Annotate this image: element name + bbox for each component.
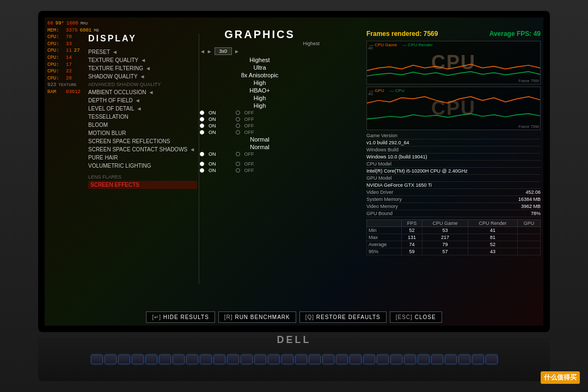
chart2-legend: — GPU — CPU xyxy=(369,88,405,93)
watermark: 什么值得买 xyxy=(541,371,580,384)
key[interactable] xyxy=(377,354,389,364)
preset-value: Highest xyxy=(200,41,320,46)
run-benchmark-button[interactable]: [R] RUN BENCHMARK xyxy=(218,311,296,323)
game-screen: 6699°1600MHz MEM:33756001MB CPU:70 CPU:3… xyxy=(45,17,543,326)
key[interactable] xyxy=(159,354,171,364)
stats-min: Min 52 53 41 xyxy=(367,227,541,234)
key[interactable] xyxy=(200,354,212,364)
info-table: Game Version v1.0 build 292.0_64 Windows… xyxy=(366,132,541,217)
key[interactable] xyxy=(418,354,430,364)
menu-sscs[interactable]: SCREEN SPACE CONTACT SHADOWS ◄ xyxy=(88,145,197,154)
key[interactable] xyxy=(390,354,402,364)
windows-build-row: Windows Build xyxy=(366,146,541,154)
toggle-lens-flares[interactable]: ON OFF. xyxy=(200,161,320,167)
key[interactable] xyxy=(350,354,362,364)
key[interactable] xyxy=(322,354,334,364)
toggle-screen-effects[interactable]: ON OFF xyxy=(200,167,320,174)
chart-gpu: CPU — GPU — CPU 40 Frame 7568 xyxy=(366,87,541,130)
display-header: DISPLAY xyxy=(88,34,197,44)
graphics-panel: GRAPHICS Highest ◄ ► 3x0 ► Highest Ultra… xyxy=(200,28,320,174)
frames-fps-row: Frames rendered: 7569 Average FPS: 49 xyxy=(366,30,541,38)
menu-advanced-shadow: ADVANCED SHADOW QUALITY xyxy=(88,81,197,88)
cpu-model-row: CPU Model xyxy=(366,161,541,168)
menu-pure-hair[interactable]: PURE HAIR xyxy=(88,154,197,162)
menu-ambient[interactable]: AMBIENT OCCLUSION ◄ xyxy=(88,88,197,96)
vid-memory-row: Video Memory 3962 MB xyxy=(366,203,541,210)
avg-fps: Average FPS: 49 xyxy=(489,30,541,38)
stats-avg: Average 74 79 52 xyxy=(367,241,541,248)
quality-high3: High xyxy=(200,102,320,109)
key[interactable] xyxy=(254,354,266,364)
toggle-ssr[interactable]: ON OFF xyxy=(200,129,320,136)
sys-memory-row: System Memory 16384 MB xyxy=(366,196,541,203)
close-button[interactable]: [ESC] CLOSE xyxy=(390,311,442,323)
stats-table: FPS CPU Game CPU Render GPU Min 52 53 41 xyxy=(366,219,541,255)
menu-lod[interactable]: LEVEL OF DETAIL ◄ xyxy=(88,105,197,113)
key[interactable] xyxy=(458,354,470,364)
chart2-svg xyxy=(367,87,540,130)
key[interactable] xyxy=(91,354,103,364)
game-version-row: Game Version xyxy=(366,132,541,139)
key[interactable] xyxy=(145,354,157,364)
menu-screen-effects[interactable]: SCREEN EFFECTS xyxy=(88,181,197,189)
menu-tessellation[interactable]: TESSELLATION xyxy=(88,113,197,121)
quality-ultra: Ultra xyxy=(200,64,320,71)
video-driver-row: Video Driver 452.06 xyxy=(366,189,541,196)
menu-shadow-quality[interactable]: SHADOW QUALITY ◄ xyxy=(88,72,197,81)
quality-normal2: Normal xyxy=(200,143,320,151)
screen-bezel: 6699°1600MHz MEM:33756001MB CPU:70 CPU:3… xyxy=(38,11,550,332)
quality-highest: Highest xyxy=(200,56,320,64)
menu-motion-blur[interactable]: MOTION BLUR xyxy=(88,129,197,137)
toggle-bloom[interactable]: ON OFF xyxy=(200,116,320,122)
toggle-pure-hair[interactable]: ON OFF xyxy=(200,151,320,157)
key[interactable] xyxy=(431,354,443,364)
preset-box[interactable]: 3x0 xyxy=(215,47,232,55)
key[interactable] xyxy=(309,354,321,364)
menu-lens-flares[interactable]: LENS FLARES xyxy=(88,173,197,181)
key[interactable] xyxy=(445,354,457,364)
menu-ssr[interactable]: SCREEN SPACE REFLECTIONS xyxy=(88,137,197,145)
left-menu: DISPLAY PRESET ◄ TEXTURE QUALITY ◄ TEXTU… xyxy=(88,34,197,189)
hide-results-button[interactable]: [↵] HIDE RESULTS xyxy=(146,311,215,323)
graphics-header: GRAPHICS xyxy=(200,28,320,41)
key[interactable] xyxy=(472,354,484,364)
quality-normal1: Normal xyxy=(200,136,320,143)
key[interactable] xyxy=(186,354,198,364)
laptop-outer: 6699°1600MHz MEM:33756001MB CPU:70 CPU:3… xyxy=(0,0,588,392)
key[interactable] xyxy=(173,354,185,364)
key[interactable] xyxy=(268,354,280,364)
quality-high1: High xyxy=(200,79,320,87)
key[interactable] xyxy=(295,354,307,364)
preset-arrow: ◄ xyxy=(112,49,118,55)
key[interactable] xyxy=(281,354,293,364)
restore-defaults-button[interactable]: [Q] RESTORE DEFAULTS xyxy=(299,311,387,323)
menu-dof[interactable]: DEPTH OF FIELD ◄ xyxy=(88,96,197,105)
key[interactable] xyxy=(213,354,225,364)
key[interactable] xyxy=(118,354,130,364)
toggle-motion-blur[interactable]: ON OFF xyxy=(200,122,320,129)
menu-texture-filtering[interactable]: TEXTURE FILTERING ◄ xyxy=(88,64,197,72)
menu-vol-lighting[interactable]: VOLUMETRIC LIGHTING xyxy=(88,162,197,170)
preset-row[interactable]: PRESET ◄ xyxy=(88,48,197,56)
menu-bloom[interactable]: BLOOM xyxy=(88,121,197,129)
chart-cpu: CPU — CPU Game — CPU Render 40 Frame 756… xyxy=(366,41,541,84)
key[interactable] xyxy=(404,354,416,364)
menu-texture-quality[interactable]: TEXTURE QUALITY ◄ xyxy=(88,56,197,64)
gpu-bound-row: GPU Bound 78% xyxy=(366,210,541,217)
quality-hbao: HBAO+ xyxy=(200,87,320,94)
toggle-tessellation[interactable]: ON OFF xyxy=(200,109,320,116)
results-panel: Frames rendered: 7569 Average FPS: 49 CP… xyxy=(366,26,541,255)
stats-max: Max 131 217 81 xyxy=(367,234,541,241)
key[interactable] xyxy=(363,354,375,364)
divider xyxy=(199,34,199,284)
quality-high2: High xyxy=(200,94,320,102)
keyboard-row xyxy=(91,354,498,364)
key[interactable] xyxy=(486,354,498,364)
key[interactable] xyxy=(132,354,144,364)
frames-rendered: Frames rendered: 7569 xyxy=(366,30,438,38)
key[interactable] xyxy=(336,354,348,364)
key[interactable] xyxy=(227,354,239,364)
key[interactable] xyxy=(105,354,117,364)
gpu-model-row: GPU Model xyxy=(366,175,541,182)
key[interactable] xyxy=(241,354,253,364)
